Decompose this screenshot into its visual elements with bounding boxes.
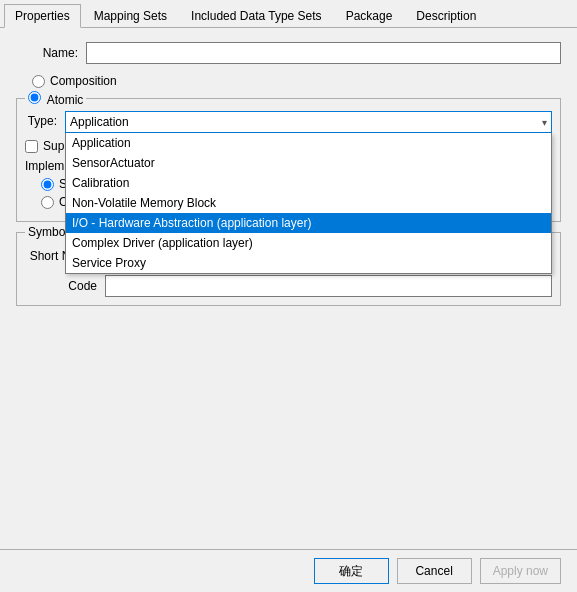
type-dropdown[interactable]: Application ▾ bbox=[65, 111, 552, 133]
tab-included-data-type-sets[interactable]: Included Data Type Sets bbox=[180, 4, 333, 27]
tab-description[interactable]: Description bbox=[405, 4, 487, 27]
source-radio[interactable] bbox=[41, 178, 54, 191]
atomic-radio[interactable] bbox=[28, 91, 41, 104]
name-label: Name: bbox=[16, 46, 86, 60]
composition-radio[interactable] bbox=[32, 75, 45, 88]
dialog: Properties Mapping Sets Included Data Ty… bbox=[0, 0, 577, 592]
option-io-hardware[interactable]: I/O - Hardware Abstraction (application … bbox=[66, 213, 551, 233]
atomic-title: Atomic bbox=[25, 91, 86, 107]
tab-package[interactable]: Package bbox=[335, 4, 404, 27]
option-application[interactable]: Application bbox=[66, 133, 551, 153]
composition-row: Composition bbox=[16, 74, 561, 88]
type-label: Type: bbox=[25, 111, 65, 128]
name-row: Name: bbox=[16, 42, 561, 64]
code-input[interactable] bbox=[105, 275, 552, 297]
apply-button[interactable]: Apply now bbox=[480, 558, 561, 584]
option-sensor-actuator[interactable]: SensorActuator bbox=[66, 153, 551, 173]
option-complex-driver[interactable]: Complex Driver (application layer) bbox=[66, 233, 551, 253]
footer: 确定 Cancel Apply now bbox=[0, 549, 577, 592]
main-content: Name: Composition Atomic Type: Applicati… bbox=[0, 28, 577, 549]
impl-label: Implem bbox=[25, 159, 64, 173]
option-nvm-block[interactable]: Non-Volatile Memory Block bbox=[66, 193, 551, 213]
type-dropdown-list: Application SensorActuator Calibration N… bbox=[65, 133, 552, 274]
tab-bar: Properties Mapping Sets Included Data Ty… bbox=[0, 0, 577, 28]
code-label: Code bbox=[25, 279, 105, 293]
name-input[interactable] bbox=[86, 42, 561, 64]
option-calibration[interactable]: Calibration bbox=[66, 173, 551, 193]
tab-properties[interactable]: Properties bbox=[4, 4, 81, 28]
tab-mapping-sets[interactable]: Mapping Sets bbox=[83, 4, 178, 27]
code-row: Code bbox=[25, 275, 552, 297]
type-row: Type: Application ▾ Application SensorAc… bbox=[25, 111, 552, 133]
type-dropdown-container: Application ▾ Application SensorActuator… bbox=[65, 111, 552, 133]
composition-label: Composition bbox=[50, 74, 117, 88]
atomic-group: Atomic Type: Application ▾ Application S… bbox=[16, 98, 561, 222]
supp-checkbox[interactable] bbox=[25, 140, 38, 153]
confirm-button[interactable]: 确定 bbox=[314, 558, 389, 584]
object-code-radio[interactable] bbox=[41, 196, 54, 209]
cancel-button[interactable]: Cancel bbox=[397, 558, 472, 584]
dropdown-arrow-icon: ▾ bbox=[542, 117, 547, 128]
option-service-proxy[interactable]: Service Proxy bbox=[66, 253, 551, 273]
type-selected-value: Application bbox=[70, 115, 129, 129]
